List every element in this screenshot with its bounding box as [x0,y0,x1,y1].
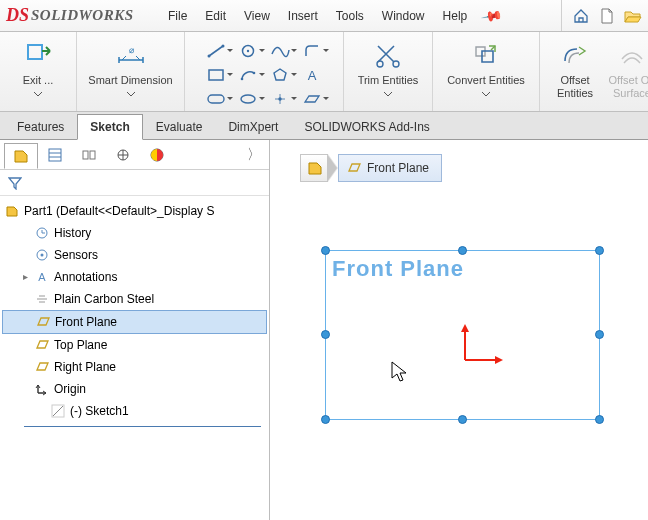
plane-tool-icon[interactable] [301,90,323,108]
panel-tab-dimxpert[interactable] [106,142,140,168]
annotations-icon: A [34,269,50,285]
main-split: 〉 Part1 (Default<<Default>_Display S His… [0,140,648,520]
arc-tool-icon[interactable] [237,66,259,84]
rollback-bar[interactable] [24,426,261,427]
main-menu: File Edit View Insert Tools Window Help … [160,0,500,31]
handle-icon[interactable] [321,330,330,339]
circle-tool-icon[interactable] [237,42,259,60]
material-icon [34,291,50,307]
text-tool-icon[interactable]: A [301,66,323,84]
filter-icon[interactable] [8,176,22,190]
panel-expand-icon[interactable]: 〉 [247,146,265,164]
exit-sketch-label: Exit ... [23,74,54,87]
smart-dimension-button[interactable]: ⌀ Smart Dimension [81,36,181,97]
rectangle-tool-icon[interactable] [205,66,227,84]
tab-addins[interactable]: SOLIDWORKS Add-Ins [291,114,442,139]
smart-dimension-icon: ⌀ [116,40,146,70]
offset-entities-button[interactable]: Offset Entities [548,36,602,99]
tree-root[interactable]: Part1 (Default<<Default>_Display S [2,200,267,222]
svg-point-13 [377,61,383,67]
breadcrumb-plane[interactable]: Front Plane [338,154,442,182]
svg-point-1 [208,55,211,58]
svg-text:⌀: ⌀ [128,45,134,55]
tab-dimxpert[interactable]: DimXpert [215,114,291,139]
tree-item-top-plane[interactable]: Top Plane [2,334,267,356]
tree-label: Origin [54,379,86,399]
tree-label: (-) Sketch1 [70,401,129,421]
tab-evaluate[interactable]: Evaluate [143,114,216,139]
home-icon[interactable] [572,7,590,25]
tree-item-history[interactable]: History [2,222,267,244]
plane-icon [347,161,361,175]
svg-point-6 [241,78,244,81]
open-icon[interactable] [624,7,642,25]
sketch-icon [50,403,66,419]
tree-item-origin[interactable]: Origin [2,378,267,400]
tree-item-right-plane[interactable]: Right Plane [2,356,267,378]
spline-tool-icon[interactable] [269,42,291,60]
graphics-area[interactable]: Front Plane Front Plane [270,140,648,520]
offset-label: Offset Entities [557,74,593,99]
svg-point-2 [222,45,225,48]
exit-sketch-button[interactable]: Exit ... [8,36,68,97]
config-icon [81,147,97,163]
tree-item-material[interactable]: Plain Carbon Steel [2,288,267,310]
offset-icon [560,40,590,70]
tree-item-sketch1[interactable]: (-) Sketch1 [2,400,267,422]
svg-point-7 [253,72,256,75]
handle-icon[interactable] [458,415,467,424]
command-manager-tabs: Features Sketch Evaluate DimXpert SOLIDW… [0,112,648,140]
expander-icon[interactable]: ▸ [20,267,30,287]
handle-icon[interactable] [321,415,330,424]
tree-item-sensors[interactable]: Sensors [2,244,267,266]
history-icon [34,225,50,241]
pin-icon[interactable]: 📌 [480,4,503,27]
exit-sketch-icon [23,40,53,70]
ribbon-group-sketchtools: A [185,32,344,111]
panel-tab-featuretree[interactable] [4,143,38,169]
handle-icon[interactable] [595,330,604,339]
svg-text:A: A [308,68,317,83]
point-tool-icon[interactable] [269,90,291,108]
svg-point-4 [247,50,249,52]
dropdown-icon[interactable] [33,91,43,97]
dropdown-icon[interactable] [126,91,136,97]
convert-entities-button[interactable]: Convert Entities [441,36,531,97]
polygon-tool-icon[interactable] [269,66,291,84]
trim-label: Trim Entities [358,74,419,87]
line-tool-icon[interactable] [205,42,227,60]
tree-label: Plain Carbon Steel [54,289,154,309]
feature-manager-panel: 〉 Part1 (Default<<Default>_Display S His… [0,140,270,520]
fillet-tool-icon[interactable] [301,42,323,60]
menu-insert[interactable]: Insert [280,5,326,27]
svg-rect-16 [83,151,88,159]
slot-tool-icon[interactable] [205,90,227,108]
tree-item-front-plane[interactable]: Front Plane [2,310,267,334]
offset-on-surface-button: Offset On Surface [602,36,648,99]
handle-icon[interactable] [595,246,604,255]
menu-tools[interactable]: Tools [328,5,372,27]
panel-tab-property[interactable] [38,142,72,168]
dropdown-icon[interactable] [383,91,393,97]
menu-help[interactable]: Help [435,5,476,27]
tab-sketch[interactable]: Sketch [77,114,142,140]
handle-icon[interactable] [458,246,467,255]
new-doc-icon[interactable] [598,7,616,25]
handle-icon[interactable] [321,246,330,255]
breadcrumb-label: Front Plane [367,161,429,175]
origin-icon [34,381,50,397]
dropdown-icon[interactable] [481,91,491,97]
tab-features[interactable]: Features [4,114,77,139]
tree-item-annotations[interactable]: ▸ A Annotations [2,266,267,288]
menu-edit[interactable]: Edit [197,5,234,27]
handle-icon[interactable] [595,415,604,424]
ellipse-tool-icon[interactable] [237,90,259,108]
trim-entities-button[interactable]: Trim Entities [352,36,424,97]
menu-view[interactable]: View [236,5,278,27]
breadcrumb-part-icon[interactable] [300,154,328,182]
panel-tab-display[interactable] [140,142,174,168]
ribbon-group-exit: Exit ... [0,32,77,111]
panel-tab-config[interactable] [72,142,106,168]
menu-window[interactable]: Window [374,5,433,27]
menu-file[interactable]: File [160,5,195,27]
